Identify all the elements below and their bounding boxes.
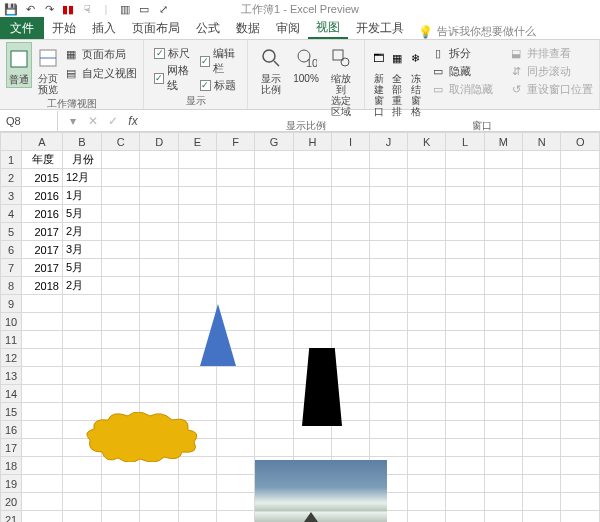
cell[interactable] xyxy=(140,385,178,403)
cell[interactable] xyxy=(217,475,255,493)
cell[interactable] xyxy=(408,439,446,457)
cell[interactable] xyxy=(523,151,561,169)
cell[interactable] xyxy=(408,475,446,493)
tell-me[interactable]: 💡 告诉我你想要做什么 xyxy=(418,24,536,39)
cell[interactable] xyxy=(255,385,293,403)
cell[interactable] xyxy=(293,259,331,277)
cell[interactable] xyxy=(408,457,446,475)
file-tab[interactable]: 文件 xyxy=(0,17,44,39)
col-header[interactable]: D xyxy=(140,133,178,151)
arrange-all-button[interactable]: ▦全部重排 xyxy=(390,42,404,119)
cell[interactable] xyxy=(561,457,600,475)
cell[interactable] xyxy=(332,439,370,457)
cell[interactable] xyxy=(561,385,600,403)
col-header[interactable]: L xyxy=(446,133,484,151)
cell[interactable] xyxy=(561,295,600,313)
cell[interactable] xyxy=(370,439,408,457)
zoom-button[interactable]: 显示比例 xyxy=(254,42,287,97)
cell[interactable] xyxy=(446,493,484,511)
cell[interactable] xyxy=(370,187,408,205)
cell[interactable] xyxy=(408,385,446,403)
cell[interactable] xyxy=(561,277,600,295)
cell[interactable] xyxy=(408,259,446,277)
cell[interactable] xyxy=(62,349,101,367)
cell[interactable] xyxy=(217,241,255,259)
cell[interactable] xyxy=(217,511,255,523)
cell[interactable] xyxy=(62,295,101,313)
cell[interactable] xyxy=(484,331,523,349)
tab-1[interactable]: 插入 xyxy=(84,17,124,39)
cell[interactable] xyxy=(523,475,561,493)
cell[interactable] xyxy=(293,277,331,295)
cell[interactable] xyxy=(484,511,523,523)
cell[interactable] xyxy=(178,259,216,277)
cell[interactable] xyxy=(523,259,561,277)
cell[interactable] xyxy=(484,151,523,169)
cell[interactable] xyxy=(293,439,331,457)
cell[interactable]: 年度 xyxy=(22,151,63,169)
cell[interactable] xyxy=(332,205,370,223)
zoom-selection-button[interactable]: 缩放到 选定区域 xyxy=(325,42,358,119)
cell[interactable] xyxy=(102,313,140,331)
cell[interactable] xyxy=(446,223,484,241)
cell[interactable] xyxy=(140,259,178,277)
fx-icon[interactable]: fx xyxy=(126,114,140,128)
cell[interactable] xyxy=(255,403,293,421)
cell[interactable] xyxy=(255,349,293,367)
cell[interactable] xyxy=(523,511,561,523)
cell[interactable] xyxy=(293,331,331,349)
cell[interactable] xyxy=(255,439,293,457)
cell[interactable] xyxy=(255,313,293,331)
cell[interactable] xyxy=(370,331,408,349)
cell[interactable] xyxy=(446,277,484,295)
cell[interactable] xyxy=(178,511,216,523)
cell[interactable] xyxy=(370,241,408,259)
cell[interactable] xyxy=(140,475,178,493)
cell[interactable] xyxy=(370,385,408,403)
cell[interactable] xyxy=(370,349,408,367)
cell[interactable] xyxy=(370,295,408,313)
cell[interactable] xyxy=(408,223,446,241)
cell[interactable] xyxy=(561,223,600,241)
worksheet-area[interactable]: ABCDEFGHIJKLMNO1年度月份2201512月320161月42016… xyxy=(0,132,600,522)
cell[interactable] xyxy=(217,223,255,241)
cell[interactable] xyxy=(22,367,63,385)
cell[interactable] xyxy=(140,511,178,523)
col-header[interactable]: C xyxy=(102,133,140,151)
select-all-corner[interactable] xyxy=(1,133,22,151)
cell[interactable] xyxy=(62,313,101,331)
headings-checkbox[interactable]: ✓标题 xyxy=(200,78,238,93)
cell[interactable] xyxy=(561,205,600,223)
col-header[interactable]: N xyxy=(523,133,561,151)
cell[interactable] xyxy=(102,223,140,241)
cell[interactable] xyxy=(370,205,408,223)
row-header[interactable]: 5 xyxy=(1,223,22,241)
cell[interactable] xyxy=(484,277,523,295)
cell[interactable] xyxy=(484,259,523,277)
cell[interactable] xyxy=(408,421,446,439)
row-header[interactable]: 8 xyxy=(1,277,22,295)
cell[interactable] xyxy=(102,295,140,313)
cell[interactable] xyxy=(561,493,600,511)
cell[interactable] xyxy=(446,187,484,205)
cell[interactable] xyxy=(561,475,600,493)
cell[interactable] xyxy=(332,169,370,187)
cell[interactable] xyxy=(22,457,63,475)
undo-icon[interactable]: ↶ xyxy=(23,2,37,16)
cell[interactable] xyxy=(255,187,293,205)
cell[interactable] xyxy=(523,349,561,367)
cell[interactable] xyxy=(140,187,178,205)
cell[interactable] xyxy=(140,349,178,367)
cell[interactable] xyxy=(446,349,484,367)
cell[interactable] xyxy=(217,259,255,277)
cell[interactable] xyxy=(523,187,561,205)
cell[interactable] xyxy=(102,367,140,385)
freeze-panes-button[interactable]: ❄冻结窗格 xyxy=(408,42,422,119)
cell[interactable] xyxy=(370,313,408,331)
cell[interactable] xyxy=(140,295,178,313)
name-box[interactable]: Q8 xyxy=(0,111,58,131)
cell[interactable] xyxy=(446,385,484,403)
cell[interactable] xyxy=(408,331,446,349)
cell[interactable]: 月份 xyxy=(62,151,101,169)
cell[interactable] xyxy=(332,349,370,367)
